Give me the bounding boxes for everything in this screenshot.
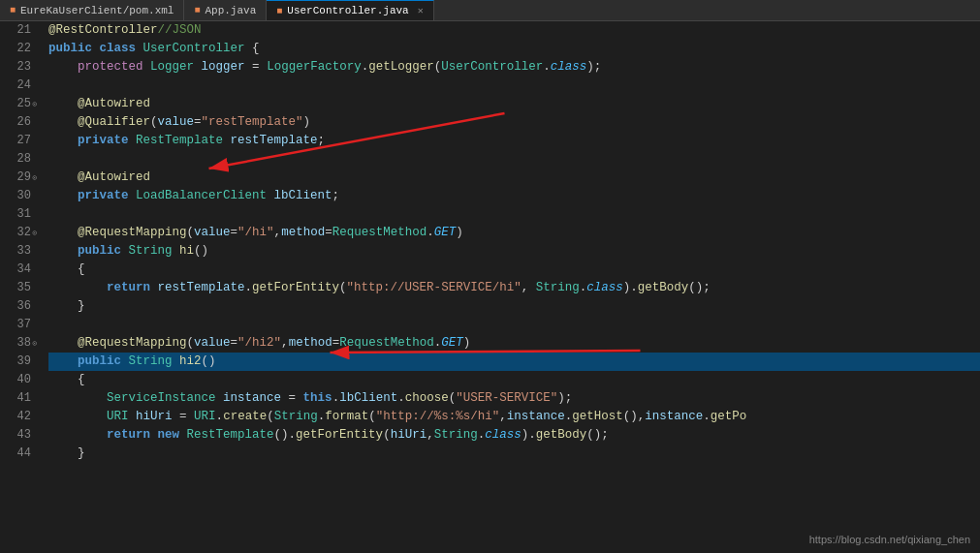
- code-41-choose: choose: [405, 391, 449, 405]
- code-42-inst: instance: [507, 410, 565, 423]
- ln-41: 41: [0, 389, 31, 408]
- code-38-eq: =: [231, 336, 238, 350]
- code-23-getlogger: getLogger: [368, 60, 434, 74]
- code-line-43: return new RestTemplate().getForEntity(h…: [48, 426, 980, 445]
- code-43-end: ).: [522, 428, 536, 442]
- ln-22: 22: [0, 40, 31, 58]
- code-34-brace: {: [78, 262, 85, 276]
- code-line-31: [48, 205, 980, 224]
- code-line-44: }: [48, 445, 980, 463]
- tab-pom-label[interactable]: EureKaUserClient/pom.xml: [20, 5, 174, 16]
- code-41-this: this: [303, 391, 332, 405]
- code-line-40: {: [48, 371, 980, 389]
- code-23-eq: =: [252, 60, 267, 74]
- code-line-28: [48, 150, 980, 169]
- code-33-string: String: [129, 244, 173, 258]
- code-30-field: lbClient: [274, 189, 332, 202]
- code-39-string: String: [129, 354, 173, 368]
- code-23-logger-type: Logger: [150, 60, 194, 74]
- code-32-endparen: ): [456, 226, 463, 239]
- code-41-svc: "USER-SERVICE": [456, 391, 557, 405]
- code-27-semi: ;: [318, 134, 326, 147]
- code-32-eq2: =: [325, 226, 332, 239]
- code-38-method: method: [289, 336, 332, 350]
- code-43-string-type: String: [434, 428, 478, 442]
- tab-app[interactable]: ■ App.java: [184, 0, 267, 20]
- code-23-class: class: [551, 60, 587, 74]
- code-26-value-key: value: [158, 115, 195, 129]
- tab-app-icon: ■: [194, 5, 200, 15]
- ln-44: 44: [0, 445, 31, 463]
- ln-34: 34: [0, 261, 31, 279]
- code-43-paren1: (: [383, 428, 391, 442]
- code-line-36: }: [48, 297, 980, 316]
- code-23-uc: UserController: [441, 60, 543, 74]
- code-22-classname: UserController: [143, 42, 245, 55]
- code-43-rt-type: RestTemplate: [187, 428, 274, 442]
- ln-32: 32: [0, 224, 31, 242]
- code-32-method: method: [281, 226, 325, 239]
- code-35-paren: (: [339, 281, 347, 294]
- ln-21: 21: [0, 21, 31, 40]
- code-27-type: RestTemplate: [136, 134, 223, 147]
- code-35-gfe: getForEntity: [252, 281, 339, 294]
- code-35-semi: ();: [688, 281, 711, 294]
- code-line-42: URI hiUri = URI.create(String.format("ht…: [48, 408, 980, 426]
- ln-30: 30: [0, 187, 31, 205]
- code-42-format: format: [325, 410, 368, 423]
- code-35-string-type: String: [536, 281, 580, 294]
- code-21-annotation: @RestController: [48, 23, 158, 37]
- code-43-getbody: getBody: [536, 428, 587, 442]
- code-35-rt: restTemplate: [158, 281, 245, 294]
- code-line-33: public String hi(): [48, 242, 980, 261]
- code-32-rm: RequestMethod: [332, 226, 427, 239]
- code-30-semi: ;: [332, 189, 340, 202]
- tab-controller-close[interactable]: ✕: [418, 5, 424, 16]
- code-line-39: public String hi2(): [48, 353, 980, 371]
- tab-controller[interactable]: ■ UserController.java ✕: [267, 0, 433, 20]
- tab-controller-icon: ■: [276, 6, 282, 16]
- code-41-lbclient: lbClient: [339, 391, 397, 405]
- code-42-comma: ,: [499, 410, 507, 423]
- ln-23: 23: [0, 58, 31, 77]
- code-line-27: private RestTemplate restTemplate;: [48, 132, 980, 150]
- code-30-type: LoadBalancerClient: [136, 189, 267, 202]
- code-42-paren2: (: [368, 410, 376, 423]
- code-26-paren: (: [150, 115, 158, 129]
- code-line-22: public class UserController {: [48, 40, 980, 58]
- code-42-eq: =: [179, 410, 194, 423]
- ln-40: 40: [0, 371, 31, 389]
- code-32-paren: (: [187, 226, 195, 239]
- code-42-dot1: .: [216, 410, 224, 423]
- ln-33: 33: [0, 242, 31, 261]
- code-35-url: "http://USER-SERVICE/hi": [347, 281, 522, 294]
- code-42-uri-type: URI: [194, 410, 216, 423]
- code-21-comment: //JSON: [158, 23, 202, 37]
- code-35-end: ).: [623, 281, 638, 294]
- tab-app-label[interactable]: App.java: [205, 5, 256, 16]
- code-40-brace: {: [78, 373, 85, 386]
- tab-pom[interactable]: ■ EureKaUserClient/pom.xml: [0, 0, 184, 20]
- code-42-string-type: String: [274, 410, 318, 423]
- code-42-uri: URI: [107, 410, 129, 423]
- code-line-25: @Autowired: [48, 95, 980, 113]
- ln-37: 37: [0, 316, 31, 334]
- code-36-brace: }: [78, 299, 85, 313]
- code-35-dot1: .: [245, 281, 253, 294]
- code-35-return: return: [107, 281, 150, 294]
- code-22-public: public: [48, 42, 92, 55]
- ln-28: 28: [0, 150, 31, 169]
- code-23-end: );: [586, 60, 601, 74]
- code-41-instance: instance: [223, 391, 281, 405]
- code-area[interactable]: @RestController//JSON public class UserC…: [39, 21, 980, 553]
- code-39-hi2: hi2: [179, 354, 202, 368]
- code-29-autowired: @Autowired: [78, 170, 150, 184]
- code-39-public: public: [78, 354, 121, 368]
- code-23-factory: LoggerFactory: [267, 60, 362, 74]
- ln-38: 38: [0, 334, 31, 353]
- code-32-value: value: [194, 226, 231, 239]
- tab-controller-label[interactable]: UserController.java: [287, 5, 408, 16]
- code-33-parens: (): [194, 244, 208, 258]
- code-22-brace: {: [252, 42, 260, 55]
- code-line-23: protected Logger logger = LoggerFactory.…: [48, 58, 980, 77]
